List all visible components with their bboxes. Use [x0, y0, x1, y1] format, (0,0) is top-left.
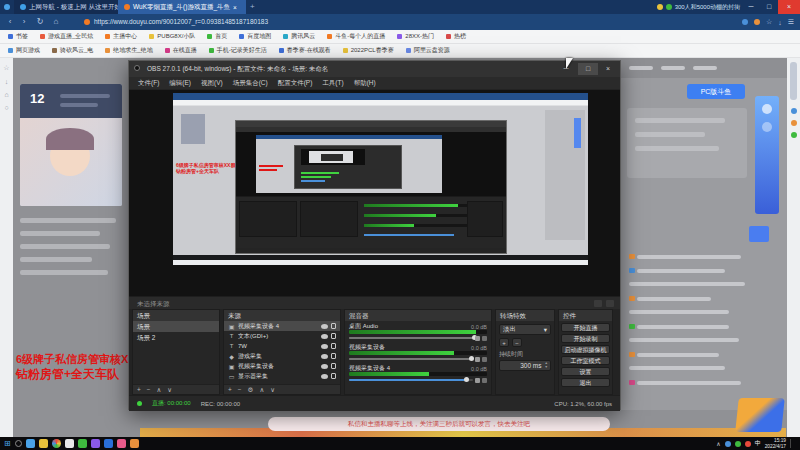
scene-item[interactable]: 场景 2 [133, 332, 219, 343]
promo-banner[interactable] [627, 108, 747, 178]
visibility-icon[interactable] [321, 374, 328, 379]
scrollbar-thumb[interactable] [790, 62, 797, 100]
visibility-icon[interactable] [321, 324, 328, 329]
visibility-icon[interactable] [321, 354, 328, 359]
menu-edit[interactable]: 编辑(E) [164, 79, 196, 88]
home-icon[interactable]: ⌂ [50, 14, 62, 30]
channel-settings-icon[interactable] [482, 357, 487, 362]
browser-logo-icon[interactable] [4, 4, 10, 10]
menu-file[interactable]: 文件(F) [133, 79, 164, 88]
bookmark-item[interactable]: 首页 [207, 32, 227, 41]
sidebar-star-icon[interactable]: ☆ [0, 64, 13, 72]
transition-select[interactable]: 淡出▾ [499, 324, 551, 335]
volume-slider[interactable] [349, 334, 487, 342]
taskbar-app-icon[interactable] [130, 439, 139, 448]
source-properties-icon[interactable]: ⚙ [248, 386, 254, 394]
add-source-button[interactable]: + [228, 386, 232, 393]
menu-view[interactable]: 视图(V) [196, 79, 228, 88]
bookmark-item[interactable]: PUBG8X/小队 [149, 32, 195, 41]
chat-tab[interactable] [629, 66, 653, 70]
taskbar-clock[interactable]: 15:19 2022/4/17 [765, 438, 786, 449]
bookmark-item[interactable]: 春季赛-在线观看 [279, 46, 331, 55]
taskbar-chrome-icon[interactable] [52, 439, 61, 448]
bookmark-item[interactable]: 网页游戏 [8, 46, 40, 55]
taskbar-folder-icon[interactable] [39, 439, 48, 448]
source-down-button[interactable]: ∨ [270, 386, 275, 394]
taskbar-app-icon[interactable] [104, 439, 113, 448]
event-badge[interactable] [735, 398, 785, 432]
bookmark-item[interactable]: 游戏直播_全民炫 [40, 32, 93, 41]
studio-mode-button[interactable]: 工作室模式 [561, 356, 610, 365]
start-button[interactable]: ⊞ [4, 439, 11, 448]
context-tool-icon[interactable] [594, 300, 602, 307]
extension-icon[interactable] [666, 4, 672, 10]
chat-tab[interactable] [693, 66, 717, 70]
extension-icon[interactable] [754, 19, 760, 25]
follow-notice-bar[interactable]: 私信和主播私聊等上线，关注满三秒后就可以发言，快去关注吧 [268, 417, 610, 431]
ime-indicator[interactable]: 中 [755, 439, 761, 448]
source-item[interactable]: ◆游戏采集 [224, 351, 340, 361]
speaker-icon[interactable] [475, 336, 480, 341]
bookmark-item[interactable]: 在线直播 [165, 46, 197, 55]
lock-icon[interactable] [331, 363, 336, 369]
tray-icon[interactable] [735, 441, 741, 447]
menu-scene-collection[interactable]: 场景集合(C) [228, 79, 273, 88]
bookmark-item[interactable]: 绝地求生_绝地 [105, 46, 152, 55]
speaker-icon[interactable] [475, 378, 480, 383]
exit-button[interactable]: 退出 [561, 378, 610, 387]
visibility-icon[interactable] [321, 364, 328, 369]
new-tab-button[interactable]: + [250, 0, 255, 14]
menu-profile[interactable]: 配置文件(P) [273, 79, 318, 88]
volume-slider[interactable] [349, 376, 487, 384]
visibility-icon[interactable] [321, 334, 328, 339]
remove-source-button[interactable]: − [238, 386, 242, 393]
virtual-camera-button[interactable]: 启动虚拟摄像机 [561, 345, 610, 354]
bookmark-item[interactable]: 骑砍风云_电 [52, 46, 93, 55]
scene-down-button[interactable]: ∨ [167, 386, 172, 394]
favorite-star-icon[interactable]: ☆ [766, 18, 772, 26]
window-maximize-button[interactable]: □ [760, 0, 778, 14]
lock-icon[interactable] [331, 333, 336, 339]
tray-icon[interactable] [745, 441, 751, 447]
obs-close-button[interactable]: × [598, 63, 618, 75]
bookmark-item[interactable]: 阿里云盘资源 [406, 46, 450, 55]
start-streaming-button[interactable]: 开始直播 [561, 323, 610, 332]
bookmark-item[interactable]: 主播中心 [105, 32, 137, 41]
activity-banner[interactable] [755, 96, 779, 214]
tray-icon[interactable] [725, 441, 731, 447]
source-item[interactable]: ▣视频采集设备 4 [224, 321, 340, 331]
sidebar-search-icon[interactable]: ○ [0, 104, 13, 111]
download-icon[interactable]: ↓ [778, 19, 782, 26]
extension-icon[interactable] [657, 4, 663, 10]
tray-expand-icon[interactable]: ∧ [716, 440, 720, 447]
obs-maximize-button[interactable]: □ [578, 63, 598, 75]
taskbar-app-icon[interactable] [78, 439, 87, 448]
bookmarks-menu-button[interactable]: 书签 [8, 32, 28, 41]
back-icon[interactable]: ‹ [4, 14, 16, 30]
address-bar[interactable]: https://www.douyu.com/90012007_r=0.09381… [94, 14, 268, 30]
source-item[interactable]: T文本(GDI+) [224, 331, 340, 341]
forward-icon[interactable]: › [18, 14, 30, 30]
lock-icon[interactable] [331, 343, 336, 349]
menu-help[interactable]: 帮助(H) [349, 79, 381, 88]
context-tool-icon[interactable] [606, 300, 614, 307]
chat-tab[interactable] [661, 66, 685, 70]
lock-icon[interactable] [331, 373, 336, 379]
bookmark-item[interactable]: 2022PCL春季赛 [343, 46, 394, 55]
scene-item[interactable]: 场景 [133, 321, 219, 332]
notification-center-icon[interactable] [790, 439, 796, 448]
obs-title-bar[interactable]: OBS 27.0.1 (64-bit, windows) - 配置文件: 未命名… [129, 61, 620, 77]
taskbar-search-icon[interactable] [15, 440, 22, 447]
bookmark-item[interactable]: 热榜 [446, 32, 466, 41]
duration-spinner[interactable]: 300 ms ▲▼ [499, 360, 551, 371]
sidebar-home-icon[interactable]: ⌂ [0, 91, 13, 98]
add-transition-button[interactable]: + [499, 338, 509, 347]
tab-douyu-live[interactable]: WuK零烟直播_斗()游戏直播_斗鱼 × [118, 0, 246, 14]
taskbar-app-icon[interactable] [117, 439, 126, 448]
gift-box-icon[interactable] [749, 226, 769, 242]
channel-settings-icon[interactable] [482, 336, 487, 341]
window-minimize-button[interactable]: ─ [742, 0, 760, 14]
scene-up-button[interactable]: ∧ [157, 386, 162, 394]
remove-scene-button[interactable]: − [147, 386, 151, 393]
taskbar-app-icon[interactable] [26, 439, 35, 448]
